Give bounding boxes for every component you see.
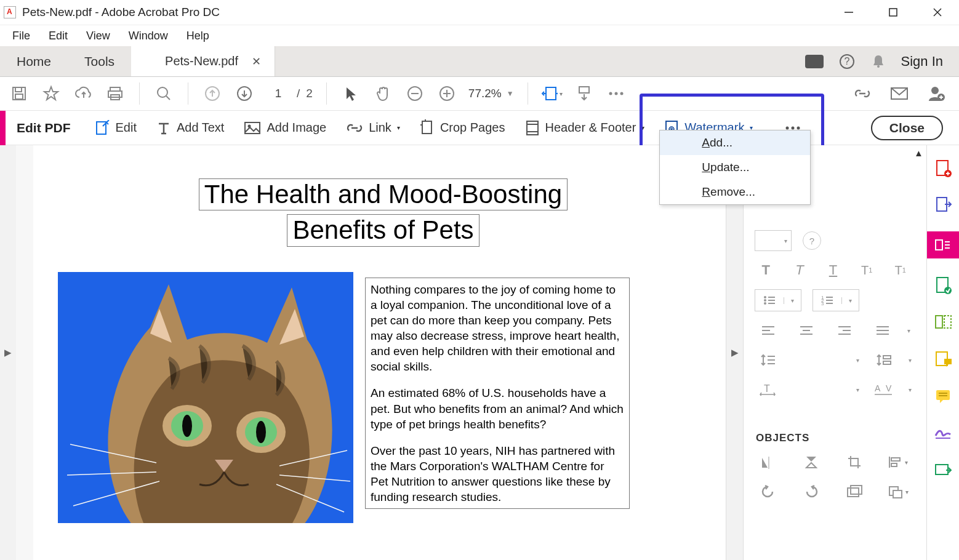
doc-heading-line1[interactable]: The Health and Mood-Boosting xyxy=(199,178,568,210)
format-scrollbar[interactable]: ▲ xyxy=(914,148,925,158)
help-small-icon[interactable]: ? xyxy=(803,231,821,250)
zoom-level[interactable]: 77.2% ▼ xyxy=(468,87,514,100)
zoom-in-icon[interactable] xyxy=(436,83,457,104)
menu-window[interactable]: Window xyxy=(120,28,177,44)
chevron-down-icon[interactable]: ▾ xyxy=(907,327,910,334)
edit-pdf-rail-icon[interactable] xyxy=(927,231,959,258)
more-tools-icon[interactable] xyxy=(606,83,627,104)
line-spacing-icon[interactable] xyxy=(755,350,782,370)
chevron-down-icon[interactable]: ▾ xyxy=(909,357,912,364)
replace-image-icon[interactable] xyxy=(841,481,868,502)
subscript-icon[interactable]: T1 xyxy=(889,260,912,281)
more-rail-icon[interactable] xyxy=(933,459,953,480)
add-image-button[interactable]: Add Image xyxy=(234,121,336,135)
page-down-icon[interactable] xyxy=(234,83,255,104)
align-justify-icon[interactable] xyxy=(869,320,896,341)
doc-heading-line2[interactable]: Benefits of Pets xyxy=(287,214,479,246)
save-icon[interactable] xyxy=(9,83,30,104)
align-objects-icon[interactable]: ▾ xyxy=(884,452,911,473)
add-text-button[interactable]: Add Text xyxy=(146,121,234,135)
menu-file[interactable]: File xyxy=(4,28,39,44)
help-icon[interactable]: ? xyxy=(838,53,856,70)
cloud-upload-icon[interactable] xyxy=(73,83,94,104)
right-panel-expander[interactable]: ▶ xyxy=(726,145,744,560)
left-panel-expander[interactable]: ▶ xyxy=(0,145,16,560)
rotate-ccw-icon[interactable] xyxy=(755,481,782,502)
arrange-icon[interactable]: ▾ xyxy=(884,481,911,502)
minimize-button[interactable] xyxy=(840,3,858,22)
menu-edit[interactable]: Edit xyxy=(40,28,76,44)
crop-object-icon[interactable] xyxy=(841,452,868,473)
align-left-icon[interactable] xyxy=(755,320,782,341)
flip-vertical-icon[interactable] xyxy=(798,452,825,473)
chevron-down-icon[interactable]: ▾ xyxy=(909,386,912,393)
close-window-button[interactable] xyxy=(928,3,947,22)
format-panel: ▲ ▾ ? T T T T1 T1 ▾ 123▾ ▾ xyxy=(744,145,927,560)
tab-home[interactable]: Home xyxy=(0,46,68,76)
tab-close-icon[interactable]: ✕ xyxy=(252,55,261,68)
superscript-icon[interactable]: T1 xyxy=(856,260,878,281)
search-zoom-icon[interactable] xyxy=(153,83,174,104)
tab-tools[interactable]: Tools xyxy=(68,46,131,76)
flip-horizontal-icon[interactable] xyxy=(755,452,782,473)
create-pdf-icon[interactable] xyxy=(933,158,953,178)
star-icon[interactable] xyxy=(41,83,62,104)
link-button[interactable]: Link ▾ xyxy=(336,121,410,135)
paragraph-spacing-icon[interactable] xyxy=(870,350,897,370)
comment-tool-icon[interactable] xyxy=(933,348,953,369)
align-center-icon[interactable] xyxy=(793,320,820,341)
image-icon xyxy=(244,121,261,135)
share-link-icon[interactable] xyxy=(852,83,873,104)
watermark-add[interactable]: Add... xyxy=(660,130,810,155)
export-pdf-icon[interactable] xyxy=(933,194,953,215)
sign-in-button[interactable]: Sign In xyxy=(901,54,944,70)
crop-label: Crop Pages xyxy=(440,121,505,135)
numbered-list-button[interactable]: 123▾ xyxy=(813,289,859,311)
select-tool-icon[interactable] xyxy=(340,83,361,104)
watermark-remove[interactable]: Remove... xyxy=(660,180,810,204)
comments-icon[interactable] xyxy=(805,55,824,68)
underline-icon[interactable]: T xyxy=(822,260,845,281)
svg-point-61 xyxy=(764,302,766,305)
notifications-icon[interactable] xyxy=(870,54,886,70)
document-viewport[interactable]: The Health and Mood-Boosting Benefits of… xyxy=(16,145,726,560)
fill-sign-icon[interactable] xyxy=(933,422,953,443)
fit-width-icon[interactable]: ▾ xyxy=(542,83,563,104)
crop-pages-button[interactable]: Crop Pages xyxy=(410,119,515,137)
add-person-icon[interactable] xyxy=(926,83,947,104)
viewport-scrollbar[interactable]: ▲ xyxy=(713,148,724,560)
header-footer-button[interactable]: Header & Footer ▾ xyxy=(515,119,655,137)
sticky-note-icon[interactable] xyxy=(933,385,953,406)
edit-button[interactable]: Edit xyxy=(84,120,146,136)
align-right-icon[interactable] xyxy=(831,320,858,341)
print-icon[interactable] xyxy=(105,83,126,104)
link-label: Link xyxy=(369,121,391,135)
italic-icon[interactable]: T xyxy=(788,260,811,281)
combine-files-icon[interactable] xyxy=(933,274,953,295)
menu-view[interactable]: View xyxy=(78,28,119,44)
rotate-cw-icon[interactable] xyxy=(798,481,825,502)
watermark-update[interactable]: Update... xyxy=(660,155,810,180)
char-spacing-icon[interactable]: AV xyxy=(870,379,897,400)
svg-rect-93 xyxy=(848,488,859,497)
document-image[interactable] xyxy=(58,272,353,523)
email-icon[interactable] xyxy=(889,83,910,104)
zoom-out-icon[interactable] xyxy=(404,83,425,104)
horizontal-scale-icon[interactable]: T xyxy=(755,379,782,400)
watermark-button[interactable]: Watermark ▾ Add... Update... Remove... xyxy=(654,119,763,137)
page-current-input[interactable] xyxy=(266,87,291,100)
chevron-down-icon[interactable]: ▾ xyxy=(856,357,859,364)
tab-document[interactable]: Pets-New.pdf ✕ xyxy=(131,46,275,76)
document-text-block[interactable]: Nothing compares to the joy of coming ho… xyxy=(365,278,630,509)
chevron-down-icon[interactable]: ▾ xyxy=(856,386,859,393)
bold-icon[interactable]: T xyxy=(755,260,777,281)
organize-pages-icon[interactable] xyxy=(933,311,953,332)
hand-tool-icon[interactable] xyxy=(372,83,393,104)
bullet-list-button[interactable]: ▾ xyxy=(755,289,801,311)
color-picker-icon[interactable]: ▾ xyxy=(755,230,792,251)
scroll-mode-icon[interactable] xyxy=(574,83,595,104)
maximize-button[interactable] xyxy=(884,3,902,22)
page-up-icon[interactable] xyxy=(202,83,223,104)
close-edit-button[interactable]: Close xyxy=(871,116,943,140)
menu-help[interactable]: Help xyxy=(178,28,218,44)
